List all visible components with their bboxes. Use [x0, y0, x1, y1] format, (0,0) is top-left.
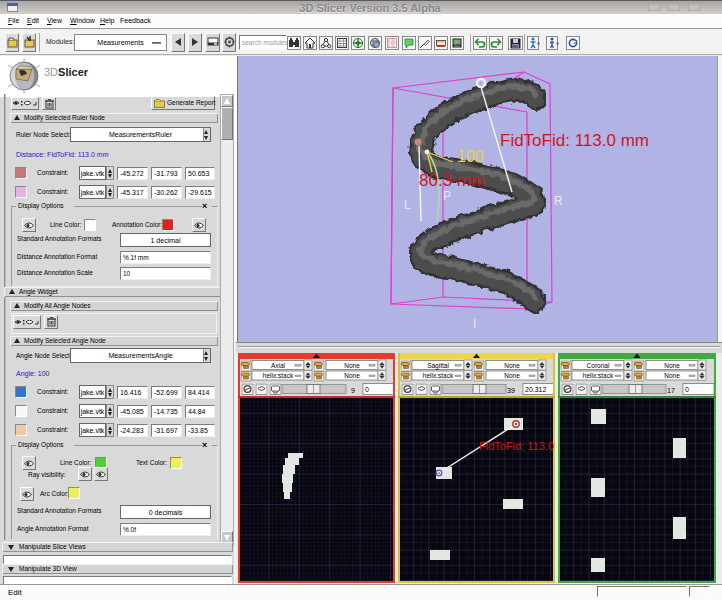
svg-text:0: 0 [393, 39, 395, 43]
svg-text:None: None [664, 362, 680, 369]
svg-text:IMG: IMG [512, 45, 519, 49]
svg-text:0: 0 [685, 386, 689, 393]
svg-text:20.312: 20.312 [525, 386, 547, 393]
svg-text:None: None [664, 372, 680, 379]
svg-text:R: R [554, 194, 563, 208]
svg-text:9: 9 [351, 387, 355, 394]
svg-text:0: 0 [388, 39, 390, 43]
svg-text:helix:stack: helix:stack [583, 372, 614, 379]
svg-text:helix:stack: helix:stack [263, 372, 294, 379]
svg-text:0: 0 [388, 44, 390, 48]
svg-text:None: None [504, 372, 520, 379]
svg-text:helix:stack: helix:stack [423, 372, 454, 379]
svg-text:Coronal: Coronal [587, 362, 610, 369]
svg-text:FidToFid: 113.0 mm: FidToFid: 113.0 mm [500, 131, 649, 150]
svg-text:None: None [504, 362, 520, 369]
svg-text:17: 17 [667, 387, 675, 394]
svg-text:L: L [404, 198, 411, 212]
svg-text:FidToFid: 113.0: FidToFid: 113.0 [479, 440, 554, 452]
svg-text:0: 0 [365, 386, 369, 393]
svg-text:80.3 mm: 80.3 mm [419, 171, 485, 190]
svg-text:Sagittal: Sagittal [427, 362, 449, 370]
svg-text:P: P [443, 189, 451, 203]
svg-text:0: 0 [393, 44, 395, 48]
svg-text:I: I [473, 317, 476, 331]
svg-text:39: 39 [507, 387, 515, 394]
svg-text:None: None [344, 372, 360, 379]
svg-text:None: None [344, 362, 360, 369]
svg-text:Axial: Axial [271, 362, 286, 369]
svg-text:100: 100 [457, 148, 484, 165]
